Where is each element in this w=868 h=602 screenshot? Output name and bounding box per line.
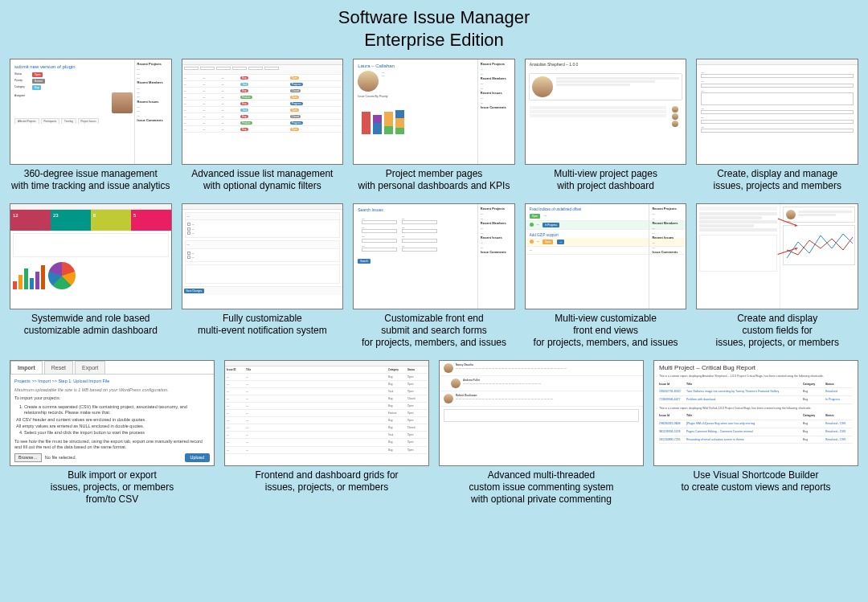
row-3: Import Reset Export Projects >> Import >… xyxy=(10,360,858,506)
tab-bar: Affected Projects Participants Timelog P… xyxy=(14,118,133,124)
report-title: Multi Project – Critical Bug Report xyxy=(654,361,858,375)
page: Software Issue Manager Enterprise Editio… xyxy=(0,0,868,602)
feature-card: Search Issues — — — — — — — — Search Rec… xyxy=(353,203,515,349)
feature-card: 12 23 8 5 xyxy=(10,203,172,349)
tab-export[interactable]: Export xyxy=(75,361,105,374)
issue-title: submit new version of plugin xyxy=(14,63,133,70)
thumbnail: Import Reset Export Projects >> Import >… xyxy=(10,360,215,466)
feature-card: Fixed indices of undefined offset Open— … xyxy=(525,203,687,349)
thumbnail: ———BugOpen ———TaskProgress ———BugClosed … xyxy=(182,59,344,165)
tab-import[interactable]: Import xyxy=(10,361,43,374)
caption: Advanced issue list management with opti… xyxy=(182,168,344,192)
caption: Systemwide and role based customizable a… xyxy=(10,313,172,337)
avatar xyxy=(444,363,453,373)
issue-table: ———BugOpen ———TaskProgress ———BugClosed … xyxy=(182,75,343,133)
caption: Bulk import or export issues, projects, … xyxy=(10,469,215,506)
title-line-1: Software Issue Manager xyxy=(338,7,530,27)
tab-reset[interactable]: Reset xyxy=(44,361,73,374)
thumbnail: — xyxy=(696,203,858,309)
thumbnail: Fixed indices of undefined offset Open— … xyxy=(525,203,687,309)
project-name: Anatolian Shepherd – 1.0.0 xyxy=(526,59,686,70)
feature-card: Multi Project – Critical Bug Report This… xyxy=(653,360,858,506)
caption: 360-degree issue management with time tr… xyxy=(10,168,172,192)
thumbnail: Multi Project – Critical Bug Report This… xyxy=(653,360,858,466)
thumbnail: — — — — — — — Save Changes xyxy=(182,203,344,309)
feature-card: — Create and display custom fields for i… xyxy=(696,203,858,349)
thumbnail: Search Issues — — — — — — — — Search Rec… xyxy=(353,203,515,309)
caption: Customizable front end submit and search… xyxy=(353,313,515,349)
caption: Create and display custom fields for iss… xyxy=(696,313,858,349)
caption: Project member pages with personal dashb… xyxy=(353,168,515,192)
caption: Frontend and dashboard grids for issues,… xyxy=(224,469,429,493)
thumbnail: — — — — — — xyxy=(696,59,858,165)
feature-card: — — — — — — Create, display and manage i… xyxy=(696,59,858,192)
feature-card: Issue IDTitleCategoryStatus ——BugOpen ——… xyxy=(224,360,429,506)
thumbnail: 12 23 8 5 xyxy=(10,203,172,309)
page-title: Software Issue Manager Enterprise Editio… xyxy=(10,6,858,51)
breadcrumb: Projects >> Import >> Step 1: Upload Imp… xyxy=(14,379,210,384)
avatar xyxy=(444,394,453,403)
caption: Fully customizable multi-event notificat… xyxy=(182,313,344,337)
feature-card: Laura – Callahan —— Issue Counts By Prio… xyxy=(353,59,515,192)
kpi-tiles: 12 23 8 5 xyxy=(10,210,171,231)
member-name: Laura – Callahan xyxy=(358,63,476,69)
row-2: 12 23 8 5 xyxy=(10,203,858,349)
caption: Advanced multi-threaded custom issue com… xyxy=(439,469,644,506)
feature-card: ———BugOpen ———TaskProgress ———BugClosed … xyxy=(182,59,344,192)
bar-chart xyxy=(13,262,45,289)
sidebar: Recent Projects——— Recent Members——— Rec… xyxy=(134,59,171,164)
form-title: Search Issues xyxy=(358,207,476,213)
browse-button[interactable]: Browse… xyxy=(14,453,42,462)
title-line-2: Enterprise Edition xyxy=(364,30,504,50)
avatar xyxy=(451,379,461,388)
thumbnail: Issue IDTitleCategoryStatus ——BugOpen ——… xyxy=(224,360,429,466)
feature-card: submit new version of plugin StatusOpen … xyxy=(10,59,172,192)
feature-card: Nancy Davolio— — — — — — — — — — — — — —… xyxy=(439,360,644,506)
tab-bar: Import Reset Export xyxy=(10,361,214,375)
search-button[interactable]: Search xyxy=(358,259,371,264)
avatar xyxy=(358,71,379,92)
thumbnail: Nancy Davolio— — — — — — — — — — — — — —… xyxy=(439,360,644,466)
upload-button[interactable]: Upload xyxy=(185,453,210,462)
feature-card: Import Reset Export Projects >> Import >… xyxy=(10,360,215,506)
avatar xyxy=(532,76,553,97)
file-status: No file selected. xyxy=(45,455,76,461)
thumbnail: Anatolian Shepherd – 1.0.0 xyxy=(525,59,687,165)
line-chart xyxy=(784,226,854,266)
feature-card: — — — — — — — Save Changes Fu xyxy=(182,203,344,349)
caption: Multi-view project pages with project da… xyxy=(525,168,687,192)
thumbnail: Laura – Callahan —— Issue Counts By Prio… xyxy=(353,59,515,165)
row-1: submit new version of plugin StatusOpen … xyxy=(10,59,858,192)
pie-chart xyxy=(48,262,76,289)
caption: Use Visual Shortcode Builder to create c… xyxy=(653,469,858,493)
feature-card: Anatolian Shepherd – 1.0.0 xyxy=(525,59,687,192)
save-button[interactable]: Save Changes xyxy=(184,289,205,293)
caption: Create, display and manage issues, proje… xyxy=(696,168,858,192)
thumbnail: submit new version of plugin StatusOpen … xyxy=(10,59,172,165)
avatar xyxy=(112,92,133,113)
caption: Multi-view customizable front end views … xyxy=(525,313,687,349)
